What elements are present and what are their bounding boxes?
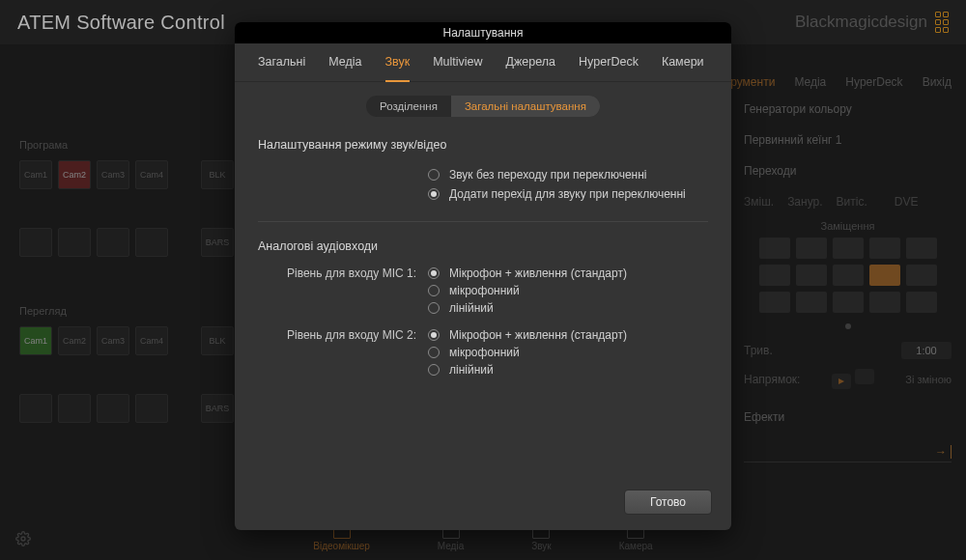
- preview-source[interactable]: BARS: [201, 394, 234, 423]
- transition-type[interactable]: Занур.: [787, 195, 822, 209]
- right-tab[interactable]: Медіа: [794, 75, 826, 89]
- bottom-nav-item[interactable]: Відеомікшер: [313, 527, 369, 551]
- mic2-option[interactable]: мікрофонний: [428, 346, 708, 359]
- radio-icon: [428, 329, 440, 341]
- duration-label: Трив.: [744, 344, 773, 357]
- bottom-nav-item[interactable]: Медіа: [438, 527, 464, 551]
- preview-source[interactable]: .: [58, 394, 91, 423]
- radio-icon: [428, 364, 440, 376]
- audio-subtab-segment: Розділення Загальні налаштування: [366, 96, 600, 117]
- afv-option[interactable]: Звук без переходу при переключенні: [258, 165, 708, 184]
- tab-cameras[interactable]: Камери: [662, 55, 704, 81]
- bottom-nav-item[interactable]: Камера: [619, 527, 653, 551]
- mic2-option[interactable]: Мікрофон + живлення (стандарт): [428, 328, 708, 342]
- transition-type[interactable]: DVE: [895, 195, 919, 209]
- preview-source[interactable]: .: [135, 394, 168, 423]
- program-source[interactable]: BLK: [201, 160, 234, 189]
- brand-logo: Blackmagicdesign: [795, 12, 949, 33]
- palette-panel: Генератори кольору Первинний кеїнг 1 Пер…: [744, 102, 952, 462]
- section-title: Аналогові аудіовходи: [258, 239, 708, 253]
- program-source[interactable]: Cam4: [135, 160, 168, 189]
- wipe-title: Заміщення: [744, 220, 952, 232]
- palette-heading: Первинний кеїнг 1: [744, 133, 952, 147]
- mic2-label: Рівень для входу MIC 2:: [258, 328, 428, 377]
- radio-icon: [428, 188, 440, 200]
- done-button[interactable]: Готово: [624, 490, 712, 515]
- mic1-label: Рівень для входу MIC 1:: [258, 266, 428, 315]
- tab-hyperdeck[interactable]: HyperDeck: [579, 55, 639, 81]
- gear-icon[interactable]: [15, 531, 31, 546]
- tab-sources[interactable]: Джерела: [506, 55, 556, 81]
- preview-source[interactable]: Cam1: [19, 326, 52, 355]
- duration-input[interactable]: [901, 342, 952, 359]
- subtab-general[interactable]: Загальні налаштування: [451, 96, 600, 117]
- radio-icon: [428, 267, 440, 279]
- program-source[interactable]: Cam1: [19, 160, 52, 189]
- mic1-option[interactable]: лінійний: [428, 301, 708, 315]
- tab-audio[interactable]: Звук: [385, 55, 411, 82]
- subtab-split[interactable]: Розділення: [366, 96, 451, 117]
- palette-heading: Генератори кольору: [744, 102, 952, 116]
- radio-icon: [428, 347, 440, 358]
- right-tab[interactable]: Вихід: [923, 75, 952, 89]
- palette-heading: Переходи: [744, 164, 952, 178]
- modal-title: Налаштування: [235, 22, 731, 43]
- program-label: Програма: [19, 139, 234, 151]
- effects-field[interactable]: →: [744, 441, 952, 462]
- tab-multiview[interactable]: Multiview: [433, 55, 482, 81]
- right-tab[interactable]: HyperDeck: [845, 75, 902, 89]
- section-title: Налаштування режиму звук/відео: [258, 138, 708, 152]
- program-source[interactable]: .: [97, 228, 129, 257]
- radio-icon: [428, 302, 440, 314]
- app-title: ATEM Software Control: [17, 12, 225, 34]
- radio-icon: [428, 169, 440, 181]
- tab-media[interactable]: Медіа: [328, 55, 361, 81]
- direction-label: Напрямок:: [744, 373, 800, 386]
- program-source[interactable]: .: [135, 228, 168, 257]
- program-source[interactable]: .: [58, 228, 91, 257]
- program-source[interactable]: BARS: [201, 228, 234, 257]
- mic1-option[interactable]: Мікрофон + живлення (стандарт): [428, 266, 708, 280]
- transition-type[interactable]: Зміш.: [744, 195, 774, 209]
- wipe-pattern-grid[interactable]: [744, 238, 952, 313]
- mic1-option[interactable]: мікрофонний: [428, 284, 708, 297]
- program-source[interactable]: Cam3: [97, 160, 129, 189]
- program-source[interactable]: .: [19, 228, 52, 257]
- right-tab-bar: Інструменти Медіа HyperDeck Вихід: [710, 75, 952, 89]
- preview-source[interactable]: Cam2: [58, 326, 91, 355]
- direction-button[interactable]: [855, 369, 874, 384]
- transition-type[interactable]: Витіс.: [837, 195, 867, 209]
- bottom-nav-item[interactable]: Звук: [531, 527, 552, 551]
- modal-tab-bar: Загальні Медіа Звук Multiview Джерела Hy…: [235, 43, 731, 82]
- preview-source[interactable]: Cam3: [97, 326, 129, 355]
- preview-source[interactable]: BLK: [201, 326, 234, 355]
- radio-icon: [428, 285, 440, 296]
- preview-label: Перегляд: [19, 305, 234, 317]
- program-source[interactable]: Cam2: [58, 160, 91, 189]
- tab-general[interactable]: Загальні: [258, 55, 305, 81]
- preferences-modal: Налаштування Загальні Медіа Звук Multivi…: [235, 22, 731, 530]
- preview-source[interactable]: .: [97, 394, 129, 423]
- afv-option[interactable]: Додати перехід для звуку при переключенн…: [258, 184, 708, 204]
- svg-point-0: [21, 537, 25, 541]
- palette-heading: Ефекти: [744, 410, 952, 424]
- preview-source[interactable]: Cam4: [135, 326, 168, 355]
- direction-button[interactable]: ▸: [832, 374, 851, 389]
- preview-source[interactable]: .: [19, 394, 52, 423]
- mic2-option[interactable]: лінійний: [428, 363, 708, 377]
- direction-swap-label: Зі зміною: [905, 374, 952, 385]
